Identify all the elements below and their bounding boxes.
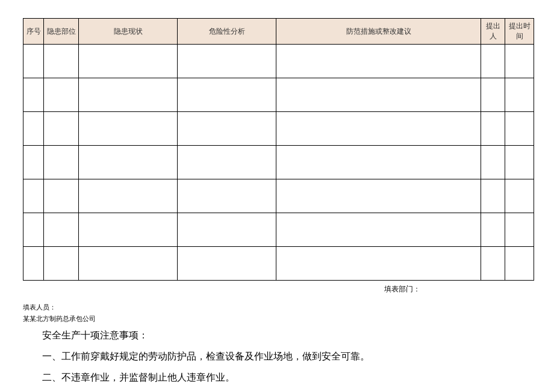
table-cell	[178, 179, 276, 213]
table-body	[23, 45, 534, 281]
table-cell	[276, 78, 481, 112]
table-cell	[23, 45, 44, 78]
table-cell	[505, 112, 534, 146]
table-cell	[276, 179, 481, 213]
table-cell	[178, 78, 276, 112]
header-proposer: 提出人	[481, 19, 505, 45]
notes-section: 安全生产十项注意事项： 一、工作前穿戴好规定的劳动防护品，检查设备及作业场地，做…	[23, 329, 531, 384]
person-label: 填表人员：	[23, 303, 531, 312]
table-cell	[23, 213, 44, 247]
table-row	[23, 78, 534, 112]
table-cell	[505, 247, 534, 281]
table-cell	[178, 213, 276, 247]
table-cell	[481, 78, 505, 112]
company-name: 某某北方制药总承包公司	[23, 314, 531, 323]
note-item-1: 一、工作前穿戴好规定的劳动防护品，检查设备及作业场地，做到安全可靠。	[42, 350, 531, 363]
table-header-row: 序号 隐患部位 隐患现状 危险性分析 防范措施或整改建议 提出人 提出时间	[23, 19, 534, 45]
table-cell	[44, 45, 79, 78]
document-page: 序号 隐患部位 隐患现状 危险性分析 防范措施或整改建议 提出人 提出时间 填表…	[0, 0, 554, 384]
table-cell	[44, 213, 79, 247]
table-cell	[79, 78, 178, 112]
table-cell	[276, 247, 481, 281]
table-row	[23, 146, 534, 179]
table-row	[23, 213, 534, 247]
table-cell	[79, 247, 178, 281]
note-item-2: 二、不违章作业，并监督制止他人违章作业。	[42, 372, 531, 384]
table-cell	[79, 213, 178, 247]
table-cell	[23, 78, 44, 112]
table-cell	[79, 146, 178, 179]
table-cell	[276, 213, 481, 247]
header-description: 隐患现状	[79, 19, 178, 45]
table-cell	[23, 112, 44, 146]
dept-label: 填表部门：	[384, 284, 420, 294]
footer-row: 填表部门：	[23, 284, 531, 294]
table-cell	[23, 179, 44, 213]
table-cell	[505, 78, 534, 112]
header-action: 防范措施或整改建议	[276, 19, 481, 45]
table-cell	[481, 112, 505, 146]
table-cell	[276, 45, 481, 78]
table-cell	[481, 247, 505, 281]
table-cell	[44, 179, 79, 213]
table-cell	[23, 146, 44, 179]
table-cell	[505, 179, 534, 213]
notes-title: 安全生产十项注意事项：	[42, 329, 531, 342]
table-cell	[178, 247, 276, 281]
table-cell	[44, 112, 79, 146]
table-row	[23, 112, 534, 146]
hazard-table: 序号 隐患部位 隐患现状 危险性分析 防范措施或整改建议 提出人 提出时间	[23, 18, 534, 281]
table-cell	[44, 247, 79, 281]
table-cell	[178, 45, 276, 78]
table-cell	[481, 146, 505, 179]
table-cell	[481, 213, 505, 247]
header-seq: 序号	[23, 19, 44, 45]
header-time: 提出时间	[505, 19, 534, 45]
table-cell	[505, 45, 534, 78]
table-cell	[178, 146, 276, 179]
table-cell	[481, 45, 505, 78]
table-cell	[44, 78, 79, 112]
table-cell	[505, 213, 534, 247]
table-cell	[44, 146, 79, 179]
table-row	[23, 247, 534, 281]
table-cell	[178, 112, 276, 146]
table-row	[23, 179, 534, 213]
table-cell	[79, 45, 178, 78]
table-cell	[276, 112, 481, 146]
table-cell	[23, 247, 44, 281]
table-cell	[79, 112, 178, 146]
header-risk: 危险性分析	[178, 19, 276, 45]
table-row	[23, 45, 534, 78]
table-cell	[481, 179, 505, 213]
header-position: 隐患部位	[44, 19, 79, 45]
table-cell	[79, 179, 178, 213]
table-cell	[505, 146, 534, 179]
table-cell	[276, 146, 481, 179]
